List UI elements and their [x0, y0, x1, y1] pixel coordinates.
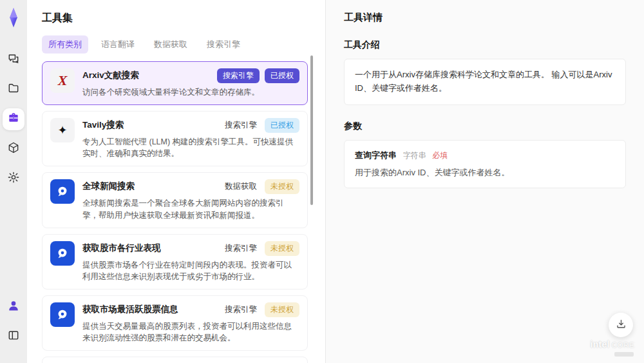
- tool-description: 提供当天交易量最高的股票列表，投资者可以利用这些信息来识别流动性强的股票和潜在的…: [82, 320, 299, 344]
- cube-icon: [7, 141, 20, 157]
- sidebar-item-files[interactable]: [3, 79, 24, 101]
- avatar-icon: [7, 299, 20, 315]
- auth-status-badge: 已授权: [265, 118, 299, 133]
- category-badge: 搜索引擎: [217, 68, 260, 83]
- tool-card-global-news[interactable]: 全球新闻搜索 数据获取 未授权 全球新闻搜索是一个聚合全球各大新闻网站内容的搜索…: [42, 172, 308, 228]
- tool-card-regional-news[interactable]: 万维地区新闻查询 搜索引擎 未授权 查询具体行政区划内的新闻，快速了解各地新闻动: [42, 357, 308, 363]
- page-title: 工具集: [42, 12, 308, 25]
- sidebar-item-plugins[interactable]: [3, 138, 24, 160]
- tool-description: 访问各个研究领域大量科学论文和文章的存储库。: [82, 86, 299, 98]
- list-scrollbar[interactable]: [310, 55, 313, 205]
- tool-card-arxiv[interactable]: X Arxiv文献搜索 搜索引擎 已授权 访问各个研究领域大量科学论文和文章的存…: [42, 61, 308, 105]
- category-tabs: 所有类别 语言翻译 数据获取 搜索引擎: [42, 35, 308, 54]
- brand-intel: intel: [590, 339, 609, 349]
- tool-description: 专为人工智能代理 (LLM) 构建的搜索引擎工具。可快速提供实时、准确和真实的结…: [82, 136, 299, 159]
- category-label: 搜索引擎: [225, 118, 257, 131]
- sidebar-item-collapse[interactable]: [3, 326, 24, 348]
- tool-card-most-active-stocks[interactable]: 获取市场最活跃股票信息 搜索引擎 未授权 提供当天交易量最高的股票列表，投资者可…: [42, 295, 308, 351]
- tool-card-sector-performance[interactable]: 获取股市各行业表现 搜索引擎 未授权 提供股票市场各个行业在特定时间段内的表现。…: [42, 234, 308, 289]
- tool-name: 全球新闻搜索: [82, 179, 225, 192]
- tool-name: Tavily搜索: [82, 118, 225, 131]
- tab-search-engine[interactable]: 搜索引擎: [200, 35, 247, 54]
- param-name: 查询字符串: [355, 150, 397, 160]
- download-button[interactable]: [609, 313, 633, 337]
- category-label: 搜索引擎: [225, 241, 257, 254]
- auth-status-badge: 未授权: [265, 302, 299, 317]
- briefcase-icon: [7, 112, 20, 127]
- tools-list-panel: 工具集 所有类别 语言翻译 数据获取 搜索引擎 X Arxiv文献搜索 搜索引擎…: [27, 0, 325, 363]
- category-label: 搜索引擎: [225, 302, 257, 315]
- param-required-badge: 必填: [432, 151, 448, 160]
- tool-name: 获取股市各行业表现: [82, 241, 225, 254]
- news-globe-icon: [50, 179, 75, 204]
- sparkle-icon: ✦: [50, 118, 75, 142]
- stock-data-icon: [50, 302, 75, 327]
- intro-heading: 工具介绍: [344, 39, 626, 51]
- sidebar-item-toolbox[interactable]: [3, 108, 24, 130]
- chat-icon: [7, 52, 20, 68]
- params-heading: 参数: [344, 121, 626, 132]
- sidebar: [0, 0, 27, 363]
- tab-language-translation[interactable]: 语言翻译: [95, 35, 141, 54]
- brand-core: CORE: [612, 341, 635, 349]
- tab-all-categories[interactable]: 所有类别: [42, 35, 88, 54]
- tool-card-tavily[interactable]: ✦ Tavily搜索 搜索引擎 已授权 专为人工智能代理 (LLM) 构建的搜索…: [42, 111, 308, 166]
- tool-description: 提供股票市场各个行业在特定时间段内的表现。投资者可以利用这些信息来识别表现优于或…: [82, 259, 299, 282]
- tool-details-panel: 工具详情 工具介绍 一个用于从Arxiv存储库搜索科学论文和文章的工具。 输入可…: [325, 0, 644, 363]
- download-icon: [615, 318, 627, 333]
- tool-name: 获取市场最活跃股票信息: [82, 302, 225, 315]
- gear-icon: [7, 171, 20, 186]
- tool-card-list: X Arxiv文献搜索 搜索引擎 已授权 访问各个研究领域大量科学论文和文章的存…: [42, 61, 308, 363]
- auth-status-badge: 未授权: [265, 179, 299, 194]
- param-type: 字符串: [403, 151, 426, 160]
- param-description: 用于搜索的Arxiv ID、关键字或作者姓名。: [355, 166, 615, 179]
- auth-status-badge: 未授权: [265, 241, 299, 256]
- sidebar-item-settings[interactable]: [3, 168, 24, 190]
- sidebar-item-chat[interactable]: [3, 49, 24, 71]
- app-logo-icon: [5, 8, 23, 27]
- app-window: 工具集 所有类别 语言翻译 数据获取 搜索引擎 X Arxiv文献搜索 搜索引擎…: [0, 0, 644, 363]
- intro-box: 一个用于从Arxiv存储库搜索科学论文和文章的工具。 输入可以是Arxiv ID…: [344, 59, 626, 105]
- intel-core-logo: intelCORE: [587, 339, 638, 357]
- parameter-box: 查询字符串 字符串 必填 用于搜索的Arxiv ID、关键字或作者姓名。: [344, 140, 626, 189]
- stock-data-icon: [50, 241, 75, 266]
- details-title: 工具详情: [344, 12, 626, 24]
- sidebar-item-account[interactable]: [3, 296, 24, 318]
- auth-status-badge: 已授权: [265, 68, 299, 83]
- intel-core-sub-badge: [614, 352, 634, 357]
- intro-text: 一个用于从Arxiv存储库搜索科学论文和文章的工具。 输入可以是Arxiv ID…: [355, 68, 615, 95]
- tool-description: 全球新闻搜索是一个聚合全球各大新闻网站内容的搜索引擎，帮助用户快速获取全球最新资…: [82, 197, 299, 221]
- folder-icon: [7, 82, 20, 97]
- tool-name: Arxiv文献搜索: [82, 68, 217, 81]
- arxiv-x-icon: X: [50, 68, 75, 93]
- tab-data-fetch[interactable]: 数据获取: [147, 35, 194, 54]
- category-label: 数据获取: [225, 179, 257, 192]
- collapse-panel-icon: [7, 329, 20, 344]
